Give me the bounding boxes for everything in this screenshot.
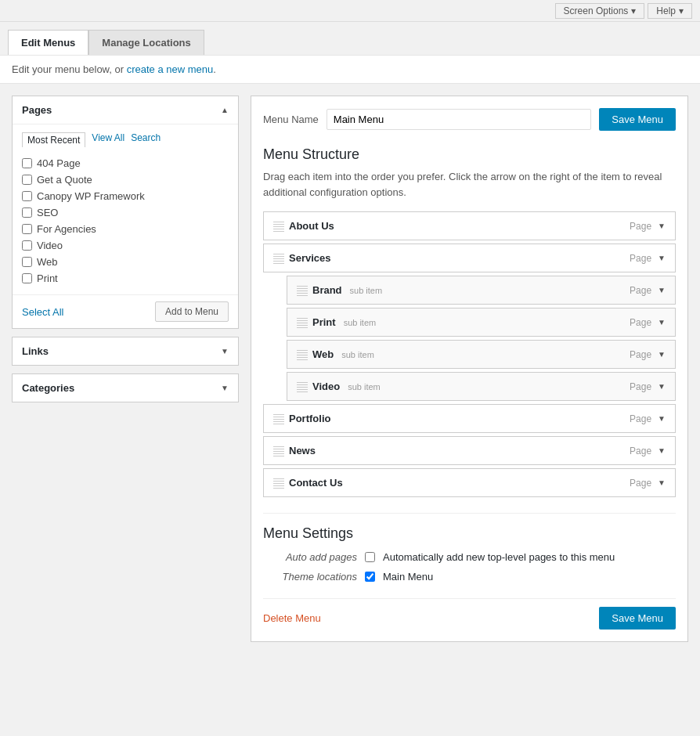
- help-label: Help: [656, 5, 676, 16]
- menu-structure-title: Menu Structure: [263, 146, 676, 163]
- pages-tab-view-all[interactable]: View All: [92, 132, 124, 147]
- theme-locations-row: Theme locations Main Menu: [263, 571, 676, 583]
- menu-structure-desc: Drag each item into the order you prefer…: [263, 169, 676, 200]
- menu-item-video-sub-label: sub item: [348, 382, 381, 391]
- menu-item-about-us-expand-icon[interactable]: ▼: [658, 222, 666, 230]
- links-accordion: Links ▼: [12, 337, 239, 366]
- links-expand-icon: ▼: [221, 347, 229, 355]
- save-menu-button-top[interactable]: Save Menu: [599, 108, 676, 131]
- menu-item-contact-us-expand-icon[interactable]: ▼: [658, 478, 666, 487]
- menu-item-services-right: Page ▼: [630, 253, 666, 264]
- menu-item-brand-expand-icon[interactable]: ▼: [658, 286, 666, 294]
- menu-item-services-type: Page: [630, 253, 651, 264]
- page-checkbox-web[interactable]: [22, 257, 32, 267]
- menu-item-portfolio-right: Page ▼: [630, 413, 666, 424]
- menu-item-portfolio-expand-icon[interactable]: ▼: [658, 414, 666, 423]
- tab-edit-menus[interactable]: Edit Menus: [8, 30, 88, 55]
- page-checkbox-video[interactable]: [22, 240, 32, 251]
- menu-item-web-sub-label: sub item: [341, 350, 374, 359]
- drag-handle-icon: [273, 446, 284, 456]
- pages-tab-most-recent[interactable]: Most Recent: [22, 132, 85, 147]
- help-button[interactable]: Help ▾: [648, 3, 692, 19]
- menu-item-contact-us-label: Contact Us: [289, 477, 343, 489]
- page-checkbox-canopy[interactable]: [22, 191, 32, 201]
- pages-checkbox-list: 404 Page Get a Quote Canopy WP Framework…: [22, 155, 229, 287]
- notice-bar: Edit your menu below, or create a new me…: [0, 55, 700, 84]
- menu-item-print[interactable]: Print sub item Page ▼: [287, 308, 676, 337]
- menu-item-about-us-left: About Us: [273, 220, 334, 232]
- list-item: Canopy WP Framework: [22, 188, 229, 204]
- page-checkbox-quote[interactable]: [22, 175, 32, 185]
- menu-item-about-us[interactable]: About Us Page ▼: [263, 211, 676, 240]
- menu-item-brand[interactable]: Brand sub item Page ▼: [287, 276, 676, 305]
- drag-handle-icon: [273, 221, 284, 232]
- help-arrow-icon: ▾: [679, 5, 684, 16]
- menu-item-web-left: Web sub item: [297, 348, 374, 360]
- page-checkbox-agencies[interactable]: [22, 224, 32, 234]
- screen-options-label: Screen Options: [564, 5, 629, 16]
- menu-item-video-right: Page ▼: [630, 381, 666, 392]
- menu-item-portfolio-type: Page: [630, 413, 651, 424]
- menu-item-portfolio-left: Portfolio: [273, 413, 330, 424]
- list-item: Print: [22, 270, 229, 287]
- list-item: For Agencies: [22, 221, 229, 237]
- drag-handle-icon: [297, 381, 308, 392]
- menu-footer: Delete Menu Save Menu: [263, 598, 676, 630]
- theme-locations-label: Theme locations: [263, 571, 357, 583]
- theme-main-menu-checkbox[interactable]: [365, 572, 375, 582]
- pages-accordion: Pages ▲ Most Recent View All Search 404 …: [12, 96, 239, 329]
- menu-item-video-expand-icon[interactable]: ▼: [658, 382, 666, 391]
- pages-accordion-header[interactable]: Pages ▲: [13, 96, 238, 124]
- menu-name-input[interactable]: [327, 109, 591, 130]
- menu-item-print-expand-icon[interactable]: ▼: [658, 318, 666, 327]
- drag-handle-icon: [273, 253, 284, 264]
- auto-add-label: Auto add pages: [263, 551, 357, 563]
- menu-item-services[interactable]: Services Page ▼: [263, 244, 676, 272]
- menu-item-news[interactable]: News Page ▼: [263, 436, 676, 465]
- screen-options-button[interactable]: Screen Options ▾: [555, 3, 645, 19]
- menu-item-web[interactable]: Web sub item Page ▼: [287, 340, 676, 369]
- save-menu-button-bottom[interactable]: Save Menu: [599, 607, 676, 630]
- tab-manage-locations[interactable]: Manage Locations: [88, 30, 204, 55]
- drag-handle-icon: [297, 317, 308, 328]
- links-title: Links: [22, 345, 49, 357]
- menu-item-contact-us-left: Contact Us: [273, 477, 343, 489]
- menu-item-brand-label: Brand: [312, 284, 342, 296]
- menu-item-news-expand-icon[interactable]: ▼: [658, 446, 666, 455]
- menu-item-video-label: Video: [312, 381, 340, 392]
- page-label-print: Print: [37, 272, 58, 284]
- menu-item-print-label: Print: [312, 316, 336, 328]
- create-new-menu-link[interactable]: create a new menu: [127, 63, 214, 75]
- page-checkbox-seo[interactable]: [22, 207, 32, 218]
- add-to-menu-button[interactable]: Add to Menu: [155, 301, 229, 322]
- page-label-404: 404 Page: [37, 157, 81, 169]
- menu-item-news-right: Page ▼: [630, 446, 666, 456]
- menu-name-label: Menu Name: [263, 114, 319, 125]
- page-label-web: Web: [37, 256, 58, 268]
- drag-handle-icon: [273, 413, 284, 424]
- menu-item-video[interactable]: Video sub item Page ▼: [287, 372, 676, 401]
- page-checkbox-404[interactable]: [22, 158, 32, 168]
- page-label-quote: Get a Quote: [37, 174, 92, 186]
- top-bar: Screen Options ▾ Help ▾: [0, 0, 700, 22]
- delete-menu-link[interactable]: Delete Menu: [263, 612, 321, 624]
- page-label-seo: SEO: [37, 207, 58, 218]
- main-content: Pages ▲ Most Recent View All Search 404 …: [0, 84, 700, 654]
- categories-accordion: Categories ▼: [12, 373, 239, 402]
- menu-item-portfolio[interactable]: Portfolio Page ▼: [263, 404, 676, 433]
- menu-settings: Menu Settings Auto add pages Automatical…: [263, 513, 676, 583]
- categories-accordion-header[interactable]: Categories ▼: [13, 374, 238, 402]
- pages-tab-search[interactable]: Search: [131, 132, 161, 147]
- menu-item-print-type: Page: [630, 317, 651, 328]
- menu-item-print-left: Print sub item: [297, 316, 376, 328]
- auto-add-checkbox[interactable]: [365, 552, 375, 562]
- list-item: Get a Quote: [22, 171, 229, 188]
- page-checkbox-print[interactable]: [22, 273, 32, 283]
- menu-item-video-left: Video sub item: [297, 381, 381, 392]
- menu-item-contact-us[interactable]: Contact Us Page ▼: [263, 468, 676, 497]
- menu-item-web-expand-icon[interactable]: ▼: [658, 350, 666, 359]
- links-accordion-header[interactable]: Links ▼: [13, 337, 238, 365]
- menu-item-services-expand-icon[interactable]: ▼: [658, 254, 666, 262]
- select-all-link[interactable]: Select All: [22, 306, 63, 318]
- list-item: SEO: [22, 204, 229, 221]
